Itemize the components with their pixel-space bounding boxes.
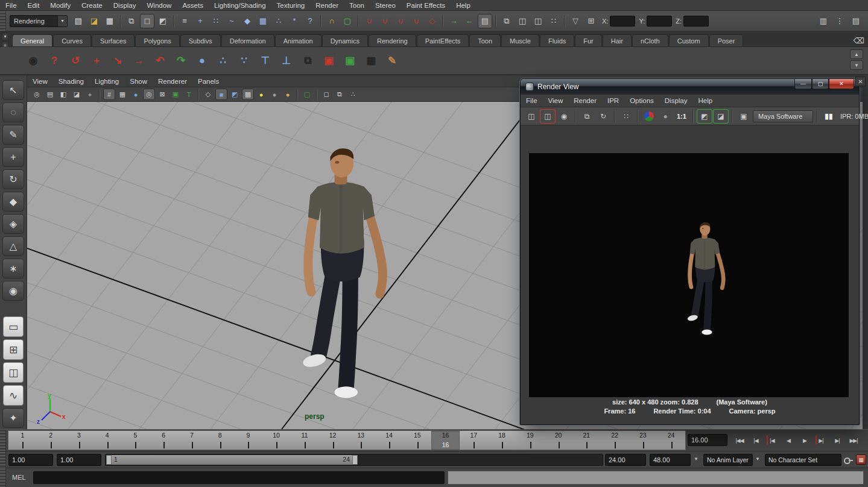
maximize-button[interactable]: ▢: [812, 79, 829, 89]
shelf-tab-ncloth[interactable]: nCloth: [632, 34, 668, 46]
inputs-to-selected-icon[interactable]: →: [446, 14, 461, 28]
y-input[interactable]: [647, 16, 672, 27]
toolbox-logo-icon[interactable]: ✦: [2, 408, 24, 428]
render-menu-file[interactable]: File: [521, 96, 543, 105]
paint-brush-icon[interactable]: ✎: [383, 52, 401, 70]
grid-toggle-icon[interactable]: #: [103, 89, 115, 100]
menu-help[interactable]: Help: [451, 1, 476, 10]
move-normal-tool-icon[interactable]: △: [2, 236, 24, 256]
snap-to-curves-icon[interactable]: ∪: [378, 14, 392, 28]
timeline-frame-15[interactable]: 15: [404, 431, 432, 450]
remove-image-icon[interactable]: ◪: [714, 110, 728, 123]
xray-display-icon[interactable]: ◻: [320, 89, 332, 100]
attribute-editor-toggle-icon[interactable]: ▥: [816, 14, 831, 28]
render-menu-render[interactable]: Render: [568, 96, 602, 105]
hypergraph-icon[interactable]: ⧉: [299, 52, 317, 70]
range-slider-track[interactable]: 1 24: [105, 454, 603, 466]
pane-close-button[interactable]: ✕: [855, 77, 866, 86]
resolution-gate-icon[interactable]: ●: [130, 89, 142, 100]
current-time-field[interactable]: [688, 434, 727, 446]
shelf-tab-muscle[interactable]: Muscle: [501, 34, 539, 46]
shelf-tab-menu-icon[interactable]: ▾: [1, 33, 9, 40]
menu-edit[interactable]: Edit: [22, 1, 45, 10]
panel-menu-lighting[interactable]: Lighting: [89, 77, 124, 86]
outputs-from-selected-icon[interactable]: ←: [462, 14, 477, 28]
anim-layer-dropdown-icon[interactable]: ▼: [694, 456, 699, 462]
render-frame-icon[interactable]: ◫: [524, 110, 539, 123]
select-by-hierarchy-icon[interactable]: ⧉: [124, 14, 139, 28]
mask-surfaces-icon[interactable]: ◆: [240, 14, 255, 28]
mask-rendering-icon[interactable]: *: [287, 14, 302, 28]
share-view-icon[interactable]: ∴: [347, 89, 359, 100]
shelf-tab-painteffects[interactable]: PaintEffects: [417, 34, 469, 46]
snap-to-points-icon[interactable]: ∪: [393, 14, 408, 28]
universal-manipulator-tool-icon[interactable]: ◈: [2, 214, 24, 234]
construction-history-icon[interactable]: ▤: [478, 14, 492, 28]
menu-assets[interactable]: Assets: [177, 1, 209, 10]
shelf-tab-hair[interactable]: Hair: [603, 34, 632, 46]
unparent-icon[interactable]: ∵: [235, 52, 253, 70]
textured-display-icon[interactable]: ◩: [229, 89, 241, 100]
menu-lighting-shading[interactable]: Lighting/Shading: [209, 1, 271, 10]
close-button[interactable]: ✕: [829, 79, 854, 89]
safe-action-icon[interactable]: ▣: [169, 89, 182, 100]
shelf-tab-fluids[interactable]: Fluids: [540, 34, 574, 46]
menu-display[interactable]: Display: [108, 1, 142, 10]
panel-menu-shading[interactable]: Shading: [53, 77, 89, 86]
timeline-frame-3[interactable]: 3: [65, 431, 93, 450]
chevron-down-icon[interactable]: ▾: [57, 16, 67, 27]
timeline-frame-13[interactable]: 13: [347, 431, 375, 450]
shaded-display-icon[interactable]: ■: [215, 89, 227, 100]
field-chart-icon[interactable]: ⊠: [156, 89, 168, 100]
ungroup-icon[interactable]: ⊥: [277, 52, 296, 70]
renderer-select[interactable]: Maya Software: [753, 110, 813, 122]
mask-misc-icon[interactable]: ?: [303, 14, 317, 28]
timeline-frame-16[interactable]: 1616: [431, 431, 460, 450]
render-menu-help[interactable]: Help: [693, 96, 718, 105]
animation-end-field[interactable]: [650, 454, 691, 466]
flat-lighting-icon[interactable]: ●: [268, 89, 280, 100]
collapse-icon[interactable]: ▽: [568, 14, 583, 28]
shelf-tab-deformation[interactable]: Deformation: [221, 34, 274, 46]
scale-tool-icon[interactable]: ◆: [2, 192, 24, 212]
camera-tumble-icon[interactable]: ↺: [66, 52, 84, 70]
shelf-tab-subdivs[interactable]: Subdivs: [180, 34, 221, 46]
shelf-tab-animation[interactable]: Animation: [275, 34, 322, 46]
redo-previous-render-icon[interactable]: ◫: [540, 110, 555, 123]
menu-toon[interactable]: Toon: [344, 1, 370, 10]
layout-persp-graph-button[interactable]: ∿: [3, 385, 24, 406]
camera-select-icon[interactable]: ◎: [31, 89, 43, 100]
mask-deformations-icon[interactable]: ▦: [256, 14, 270, 28]
timeline-frame-14[interactable]: 14: [375, 431, 404, 450]
highlight-selection-icon[interactable]: ▢: [340, 14, 355, 28]
render-image-area[interactable]: [529, 153, 849, 397]
shelf-tab-general[interactable]: General: [12, 34, 52, 46]
region-render-icon[interactable]: ∷: [619, 110, 633, 123]
snap-to-view-planes-icon[interactable]: ◇: [425, 14, 439, 28]
help-icon[interactable]: ?: [45, 52, 63, 70]
range-end-handle[interactable]: [352, 455, 358, 465]
mel-command-input[interactable]: [33, 471, 445, 484]
rotate-tool-icon[interactable]: ↻: [2, 169, 24, 189]
select-by-object-icon[interactable]: ◻: [140, 14, 154, 28]
range-grip[interactable]: [0, 451, 6, 468]
render-settings-icon[interactable]: ∷: [546, 14, 561, 28]
undo-icon[interactable]: ↶: [151, 52, 169, 70]
render-menu-options[interactable]: Options: [624, 96, 659, 105]
layout-single-pane-button[interactable]: ▭: [3, 316, 24, 337]
timeline-frame-20[interactable]: 20: [544, 431, 572, 450]
mask-all-icon[interactable]: +: [193, 14, 207, 28]
shelf-tab-toon[interactable]: Toon: [469, 34, 501, 46]
refresh-ipr-icon[interactable]: ↻: [596, 110, 610, 123]
shelf-scroll-down-icon[interactable]: ▼: [850, 60, 863, 70]
layout-four-panes-button[interactable]: ⊞: [3, 339, 24, 360]
select-tool-icon[interactable]: ↖: [2, 80, 24, 100]
open-scene-icon[interactable]: ◪: [87, 14, 101, 28]
camera-dolly-icon[interactable]: ↘: [109, 52, 127, 70]
keep-image-icon[interactable]: ◩: [697, 110, 712, 123]
play-backwards-icon[interactable]: ◀: [781, 433, 796, 447]
step-back-key-icon[interactable]: |◀: [764, 433, 780, 447]
layout-outliner-persp-button[interactable]: ◫: [3, 362, 24, 383]
timeline-frame-7[interactable]: 7: [178, 431, 206, 450]
character-set-dropdown-icon[interactable]: ▼: [755, 456, 760, 462]
